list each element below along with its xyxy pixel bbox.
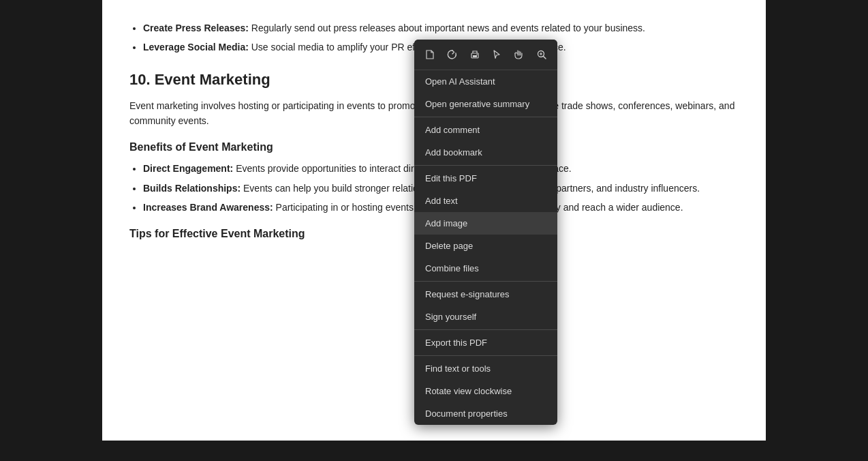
menu-item-export-this-pdf[interactable]: Export this PDF [414, 331, 557, 354]
svg-point-2 [476, 54, 478, 55]
menu-item-request-e-signatures[interactable]: Request e-signatures [414, 283, 557, 306]
toolbar-icon-row [414, 40, 557, 70]
menu-item-find-text-or-tools[interactable]: Find text or tools [414, 357, 557, 380]
bullet-1-label: Create Press Releases: [143, 23, 249, 33]
rotate-icon-btn[interactable] [444, 45, 462, 64]
toolbar-popup: Open AI Assistant Open generative summar… [414, 40, 557, 425]
bullet-2-label: Leverage Social Media: [143, 42, 249, 53]
menu-item-sign-yourself[interactable]: Sign yourself [414, 306, 557, 328]
svg-rect-1 [473, 55, 477, 57]
zoom-icon-btn[interactable] [532, 45, 551, 64]
file-icon-btn[interactable] [421, 45, 439, 64]
menu-item-add-text[interactable]: Add text [414, 190, 557, 212]
menu-item-open-ai-assistant[interactable]: Open AI Assistant [414, 70, 557, 93]
benefit-2-label: Builds Relationships: [143, 183, 241, 194]
menu-item-open-generative-summary[interactable]: Open generative summary [414, 93, 557, 115]
benefit-3-label: Increases Brand Awareness: [143, 202, 273, 213]
menu-item-document-properties[interactable]: Document properties [414, 402, 557, 425]
hand-icon-btn[interactable] [510, 45, 529, 64]
divider-1 [414, 117, 557, 117]
menu-item-add-image[interactable]: Add image [414, 212, 557, 235]
divider-3 [414, 281, 557, 282]
intro-bullet-1: Create Press Releases: Regularly send ou… [143, 20, 739, 35]
menu-item-rotate-view-clockwise[interactable]: Rotate view clockwise [414, 380, 557, 402]
menu-item-edit-this-pdf[interactable]: Edit this PDF [414, 167, 557, 190]
context-menu-list: Open AI Assistant Open generative summar… [414, 70, 557, 425]
dark-left-panel [0, 0, 102, 461]
bullet-1-text: Regularly send out press releases about … [251, 23, 645, 33]
menu-item-delete-page[interactable]: Delete page [414, 235, 557, 257]
menu-item-combine-files[interactable]: Combine files [414, 257, 557, 280]
print-icon-btn[interactable] [465, 45, 484, 64]
menu-item-add-bookmark[interactable]: Add bookmark [414, 141, 557, 164]
menu-item-add-comment[interactable]: Add comment [414, 119, 557, 141]
dark-right-panel [766, 0, 868, 461]
divider-2 [414, 165, 557, 166]
divider-5 [414, 355, 557, 356]
benefit-1-label: Direct Engagement: [143, 163, 233, 174]
cursor-icon-btn[interactable] [488, 45, 506, 64]
divider-4 [414, 329, 557, 330]
dark-bottom-bar [0, 441, 868, 461]
svg-line-4 [543, 57, 546, 59]
